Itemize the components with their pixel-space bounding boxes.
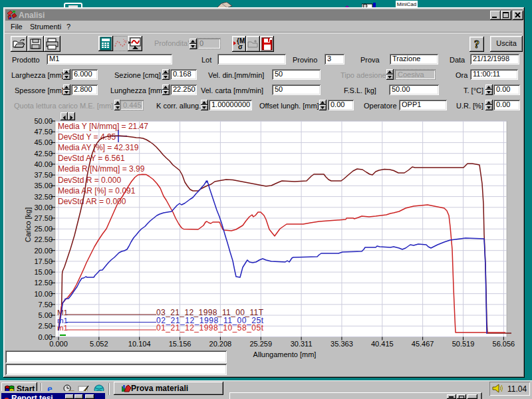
svg-text:DevStd AR = 0.000: DevStd AR = 0.000 bbox=[58, 197, 126, 206]
svg-text:50.519: 50.519 bbox=[452, 340, 475, 348]
svg-text:37.50: 37.50 bbox=[34, 171, 53, 179]
svg-text:45.467: 45.467 bbox=[412, 340, 434, 348]
svg-text:7.50: 7.50 bbox=[39, 301, 53, 309]
svg-text:20.00: 20.00 bbox=[34, 247, 53, 255]
svg-text:01_21_12_1998_10_58_05t: 01_21_12_1998_10_58_05t bbox=[156, 323, 264, 332]
svg-text:22.50: 22.50 bbox=[34, 235, 53, 243]
svg-text:Media AY [%] = 42.319: Media AY [%] = 42.319 bbox=[58, 143, 139, 152]
svg-text:20.208: 20.208 bbox=[209, 340, 232, 348]
svg-text:27.50: 27.50 bbox=[34, 214, 53, 222]
svg-text:45.00: 45.00 bbox=[34, 138, 53, 146]
svg-text:5.00: 5.00 bbox=[39, 311, 53, 319]
svg-text:30.311: 30.311 bbox=[291, 340, 313, 348]
svg-text:15.00: 15.00 bbox=[34, 268, 53, 276]
svg-text:5.052: 5.052 bbox=[90, 340, 108, 348]
svg-text:Carico [kg]: Carico [kg] bbox=[24, 207, 32, 243]
svg-text:M1: M1 bbox=[57, 309, 68, 317]
svg-text:DevStd R = 0.000: DevStd R = 0.000 bbox=[58, 176, 121, 185]
svg-text:15.156: 15.156 bbox=[169, 340, 192, 348]
svg-text:0.00: 0.00 bbox=[39, 333, 53, 341]
svg-text:50.00: 50.00 bbox=[34, 117, 53, 125]
svg-text:σ: σ bbox=[238, 43, 243, 51]
svg-text:40.415: 40.415 bbox=[371, 340, 394, 348]
svg-text:25.259: 25.259 bbox=[249, 340, 272, 348]
svg-text:Media Y [N/mmq] = 21.47: Media Y [N/mmq] = 21.47 bbox=[58, 122, 148, 131]
svg-text:40.00: 40.00 bbox=[34, 160, 53, 168]
svg-text:?: ? bbox=[474, 39, 479, 50]
svg-text:35.363: 35.363 bbox=[331, 340, 353, 348]
svg-text:56.056: 56.056 bbox=[493, 340, 515, 348]
svg-text:42.50: 42.50 bbox=[34, 150, 53, 158]
svg-text:10.104: 10.104 bbox=[128, 340, 151, 348]
svg-text:2.50: 2.50 bbox=[39, 322, 53, 330]
svg-text:32.50: 32.50 bbox=[34, 193, 53, 201]
svg-text:Media R [N/mmq] = 3.99: Media R [N/mmq] = 3.99 bbox=[58, 164, 145, 174]
svg-text:47.50: 47.50 bbox=[34, 128, 53, 136]
svg-text:Allungamento [mm]: Allungamento [mm] bbox=[253, 350, 317, 358]
svg-text:m1: m1 bbox=[57, 317, 68, 325]
svg-text:10.00: 10.00 bbox=[34, 290, 53, 298]
svg-text:30.00: 30.00 bbox=[34, 203, 53, 211]
svg-text:17.50: 17.50 bbox=[34, 257, 53, 265]
svg-text:25.00: 25.00 bbox=[34, 225, 53, 233]
svg-text:35.00: 35.00 bbox=[34, 182, 53, 190]
svg-text:0.000: 0.000 bbox=[49, 340, 68, 348]
svg-text:12.50: 12.50 bbox=[34, 279, 53, 287]
